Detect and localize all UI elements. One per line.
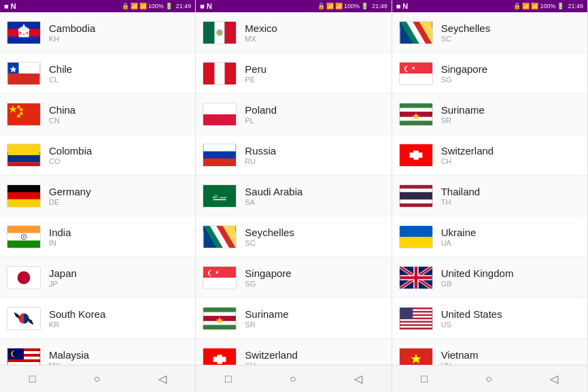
status-right: 🔒📶📶100%🔋 21:49: [317, 3, 387, 10]
list-item[interactable]: United KingdomGB: [392, 257, 587, 298]
country-name: United States: [441, 308, 502, 320]
list-item[interactable]: SeychellesSC: [196, 216, 391, 257]
list-item[interactable]: UkraineUA: [392, 216, 587, 257]
list-item[interactable]: SingaporeSG: [392, 53, 587, 94]
square-nav-button[interactable]: □: [29, 373, 36, 385]
country-name: Colombia: [49, 145, 92, 157]
panel-panel2: ■ N 🔒📶📶100%🔋 21:49 MexicoMX PeruPE Polan…: [196, 0, 392, 392]
list-item[interactable]: بسم الله Saudi ArabiaSA: [196, 176, 391, 216]
country-code: CO: [49, 157, 92, 165]
country-name: Seychelles: [245, 227, 294, 238]
svg-rect-26: [7, 155, 39, 162]
svg-rect-11: [26, 31, 28, 35]
svg-rect-8: [22, 25, 25, 27]
panel-panel3: ■ N 🔒📶📶100%🔋 21:49 SeychellesSC Singapor…: [392, 0, 588, 392]
list-item[interactable]: JapanJP: [0, 257, 195, 298]
circle-nav-button[interactable]: ○: [290, 373, 296, 385]
country-list[interactable]: CambodiaKH ChileCL ChinaCN ColombiaCO Ge…: [0, 12, 195, 365]
country-list[interactable]: SeychellesSC SingaporeSG SurinameSR Swit…: [392, 12, 587, 365]
svg-rect-7: [20, 27, 27, 28]
flag-ua: [399, 225, 433, 248]
country-code: CL: [49, 76, 72, 84]
list-item[interactable]: VietnamVN: [392, 339, 587, 365]
flag-cl: [7, 62, 41, 85]
svg-rect-29: [7, 192, 39, 199]
country-code: SC: [441, 35, 491, 43]
list-item[interactable]: SingaporeSG: [196, 257, 391, 298]
country-code: MX: [245, 35, 277, 43]
svg-rect-3: [7, 36, 39, 43]
svg-rect-31: [7, 226, 39, 233]
country-list[interactable]: MexicoMX PeruPE PolandPL RussiaRU بسم ال…: [196, 12, 391, 365]
country-code: SG: [441, 76, 487, 84]
svg-point-35: [23, 236, 24, 238]
list-item[interactable]: ChinaCN: [0, 94, 195, 135]
svg-rect-16: [7, 74, 39, 84]
status-bar: ■ N 🔒📶📶100%🔋 21:49: [196, 0, 391, 12]
status-bar: ■ N 🔒📶📶100%🔋 21:49: [392, 0, 587, 12]
country-name: Cambodia: [49, 22, 95, 34]
country-code: TH: [441, 198, 481, 206]
list-item[interactable]: IndiaIN: [0, 216, 195, 257]
square-nav-button[interactable]: □: [421, 373, 428, 385]
flag-my: [7, 348, 41, 365]
country-code: IN: [49, 239, 71, 247]
country-info: SeychellesSC: [441, 22, 491, 43]
svg-rect-127: [400, 319, 432, 321]
country-info: SurinameSR: [245, 308, 288, 329]
square-nav-button[interactable]: □: [225, 373, 232, 385]
country-info: South KoreaKR: [49, 308, 105, 329]
country-info: United StatesUS: [441, 308, 502, 329]
list-item[interactable]: SwitzerlandCH: [392, 135, 587, 176]
list-item[interactable]: South KoreaKR: [0, 298, 195, 339]
list-item[interactable]: ChileCL: [0, 53, 195, 94]
country-info: SwitzerlandCH: [245, 349, 298, 365]
list-item[interactable]: United StatesUS: [392, 298, 587, 339]
svg-rect-111: [400, 199, 432, 203]
list-item[interactable]: GermanyDE: [0, 176, 195, 216]
list-item[interactable]: SurinameSR: [196, 298, 391, 339]
country-info: IndiaIN: [49, 227, 71, 247]
country-info: PolandPL: [245, 104, 277, 125]
country-name: Switzerland: [441, 145, 494, 157]
list-item[interactable]: PeruPE: [196, 53, 391, 94]
flag-vn: [399, 348, 433, 365]
country-name: India: [49, 227, 71, 238]
list-item[interactable]: ThailandTH: [392, 176, 587, 216]
back-nav-button[interactable]: ◁: [158, 372, 167, 385]
svg-rect-128: [400, 323, 432, 324]
circle-nav-button[interactable]: ○: [94, 373, 101, 385]
country-name: Mexico: [245, 22, 277, 34]
country-name: Malaysia: [49, 349, 89, 361]
svg-point-57: [12, 350, 18, 357]
flag-de: [7, 184, 41, 208]
back-nav-button[interactable]: ◁: [354, 372, 362, 385]
list-item[interactable]: PolandPL: [196, 94, 391, 135]
country-info: RussiaRU: [245, 145, 276, 165]
flag-pe: [203, 62, 237, 85]
country-info: United KingdomGB: [441, 267, 514, 288]
list-item[interactable]: MexicoMX: [196, 12, 391, 53]
list-item[interactable]: SeychellesSC: [392, 12, 587, 53]
circle-nav-button[interactable]: ○: [485, 373, 492, 385]
country-code: SC: [245, 239, 294, 247]
list-item[interactable]: SwitzerlandCH: [196, 339, 391, 365]
back-nav-button[interactable]: ◁: [550, 372, 558, 385]
country-info: ColombiaCO: [49, 145, 92, 165]
status-app-icon: ■ N: [200, 2, 212, 10]
country-code: DE: [49, 198, 91, 206]
svg-rect-10: [20, 31, 22, 35]
country-info: MalaysiaMY: [49, 349, 89, 365]
country-info: VietnamVN: [441, 349, 479, 365]
country-name: China: [49, 104, 75, 116]
list-item[interactable]: MalaysiaMY: [0, 339, 195, 365]
list-item[interactable]: ColombiaCO: [0, 135, 195, 176]
country-info: GermanyDE: [49, 186, 91, 206]
list-item[interactable]: RussiaRU: [196, 135, 391, 176]
country-info: ThailandTH: [441, 186, 481, 206]
list-item[interactable]: SurinameSR: [392, 94, 587, 135]
status-right: 🔒📶📶100%🔋 21:49: [513, 3, 583, 10]
list-item[interactable]: CambodiaKH: [0, 12, 195, 53]
svg-point-37: [18, 271, 31, 284]
country-info: ChinaCN: [49, 104, 75, 125]
